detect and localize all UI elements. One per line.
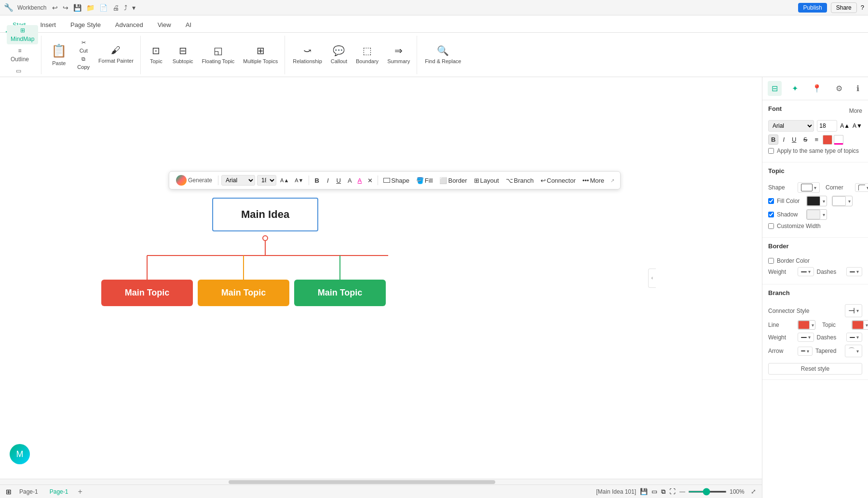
shape-select[interactable]: ▾ — [798, 182, 820, 193]
panel-task-button[interactable]: 📍 — [808, 81, 826, 96]
fill-button[interactable]: 🪣 Fill — [414, 175, 435, 186]
page-tab-inactive[interactable]: Page-1 — [15, 487, 42, 496]
main-idea-box[interactable]: Main Idea — [212, 198, 318, 231]
canvas-area[interactable]: Generate Arial 18 A▲ A▼ B I U A A ✕ — [0, 77, 762, 498]
customize-width-checkbox[interactable] — [768, 223, 774, 229]
format-painter-button[interactable]: 🖌 Format Painter — [95, 38, 137, 72]
fit-button[interactable]: ⤢ — [751, 488, 756, 495]
collapse-toolbar-button[interactable]: ↗ — [609, 176, 616, 185]
panel-strike-button[interactable]: S̶ — [800, 135, 810, 145]
topic-red-box[interactable]: Main Topic — [101, 280, 193, 306]
panel-settings-button[interactable]: ⚙ — [832, 81, 846, 96]
subtopic-button[interactable]: ⊟ Subtopic — [169, 38, 197, 72]
topic-button[interactable]: ⊡ Topic — [145, 38, 168, 72]
full-screen-button[interactable]: ⛶ — [669, 488, 676, 495]
branch-dashes-select[interactable]: ▾ — [846, 333, 863, 342]
border-weight-select[interactable]: ▾ — [798, 267, 814, 276]
summary-button[interactable]: ⇒ Summary — [383, 38, 414, 72]
add-page-button[interactable]: + — [76, 487, 84, 496]
connector-button[interactable]: ↩ Connector — [538, 175, 578, 186]
panel-style-button[interactable]: ⊟ — [768, 81, 782, 96]
connector-style-select[interactable]: ⊣ ▾ — [845, 304, 862, 317]
font-color-button[interactable]: A — [346, 175, 354, 186]
find-replace-button[interactable]: 🔍 Find & Replace — [421, 38, 465, 72]
floating-topic-button[interactable]: ◱ Floating Topic — [198, 38, 239, 72]
export-button[interactable]: ⤴ — [122, 3, 129, 13]
decrease-size-button[interactable]: A▼ — [853, 122, 862, 129]
publish-button[interactable]: Publish — [798, 3, 827, 13]
highlight-color-swatch[interactable] — [834, 135, 843, 145]
font-family-select[interactable]: Arial — [221, 175, 255, 186]
fill-color-checkbox[interactable] — [768, 198, 774, 204]
more-actions-button[interactable]: ▾ — [130, 3, 137, 13]
single-page-button[interactable]: ▭ — [651, 488, 657, 495]
print-button[interactable]: 🖨 — [110, 3, 121, 13]
panel-info-button[interactable]: ℹ — [853, 81, 863, 96]
border-dashes-select[interactable]: ▾ — [846, 267, 863, 276]
branch-weight-select[interactable]: ▾ — [798, 333, 814, 342]
help-button[interactable]: ? — [861, 4, 864, 11]
panel-italic-button[interactable]: I — [780, 135, 787, 145]
dual-page-button[interactable]: ⧉ — [661, 488, 665, 496]
page-tab-active[interactable]: Page-1 — [46, 487, 72, 496]
grid-view-button[interactable]: ⊞ — [6, 488, 12, 496]
reset-style-button[interactable]: Reset style — [768, 363, 862, 375]
underline-button[interactable]: U — [334, 175, 344, 186]
topic-green-box[interactable]: Main Topic — [294, 280, 386, 306]
decrease-font-button[interactable]: A▼ — [293, 176, 305, 185]
tab-ai[interactable]: AI — [179, 18, 198, 32]
more-button[interactable]: ••• More — [580, 175, 607, 186]
save-status-button[interactable]: 💾 — [640, 488, 648, 495]
panel-underline-button[interactable]: U — [789, 135, 799, 145]
tapered-select[interactable]: ⌒ ▾ — [845, 345, 862, 357]
share-button[interactable]: Share — [831, 2, 857, 13]
topic-color-group[interactable]: ▾ — [852, 320, 868, 330]
outline-view-button[interactable]: ≡ Outline — [7, 45, 33, 65]
tab-view[interactable]: View — [151, 18, 178, 32]
save-button[interactable]: 💾 — [71, 3, 83, 13]
callout-button[interactable]: 💬 Callout — [327, 38, 351, 72]
new-button[interactable]: 📄 — [97, 3, 109, 13]
cut-button[interactable]: ✂ Cut — [73, 39, 94, 54]
border-color-checkbox[interactable] — [768, 258, 774, 264]
highlight-button[interactable]: A — [356, 175, 364, 186]
panel-align-button[interactable]: ≡ — [812, 135, 821, 145]
font-color-swatch[interactable] — [823, 135, 832, 145]
boundary-button[interactable]: ⬚ Boundary — [352, 38, 382, 72]
panel-font-family[interactable]: Arial — [768, 120, 814, 132]
paste-button[interactable]: 📋 Paste — [45, 38, 72, 72]
increase-size-button[interactable]: A▲ — [840, 122, 850, 129]
tab-advanced[interactable]: Advanced — [108, 18, 150, 32]
apply-same-type-checkbox[interactable] — [768, 148, 774, 154]
copy-button[interactable]: ⧉ Copy — [73, 55, 94, 71]
italic-button[interactable]: I — [324, 175, 332, 186]
font-size-select[interactable]: 18 — [257, 175, 276, 186]
fill-color-swatch-group[interactable]: ▾ — [806, 196, 827, 206]
line-color-group[interactable]: ▾ — [798, 320, 815, 330]
canvas-scrollbar[interactable] — [0, 479, 762, 485]
font-more-button[interactable]: More — [849, 108, 862, 114]
redo-button[interactable]: ↪ — [61, 3, 70, 13]
panel-font-size[interactable] — [817, 120, 837, 132]
undo-button[interactable]: ↩ — [50, 3, 60, 13]
generate-button[interactable]: Generate — [173, 174, 215, 187]
relationship-button[interactable]: ⤻ Relationship — [289, 38, 326, 72]
border-button[interactable]: ⬜ Border — [437, 175, 469, 186]
shadow-checkbox[interactable] — [768, 212, 774, 217]
shape-button[interactable]: Shape — [381, 175, 412, 186]
erase-format-button[interactable]: ✕ — [366, 175, 375, 186]
shadow-swatch-group[interactable]: ▾ — [806, 209, 827, 220]
panel-collapse-button[interactable]: ‹ — [648, 269, 656, 288]
open-button[interactable]: 📁 — [84, 3, 96, 13]
multiple-topics-button[interactable]: ⊞ Multiple Topics — [239, 38, 282, 72]
layout-button[interactable]: ⊞ Layout — [472, 175, 502, 186]
bold-button[interactable]: B — [312, 175, 322, 186]
zoom-slider[interactable] — [688, 491, 727, 493]
arrow-select[interactable]: ▾ — [798, 347, 813, 356]
topic-yellow-box[interactable]: Main Topic — [198, 280, 289, 306]
panel-ai-button[interactable]: ✦ — [788, 81, 802, 96]
tab-page-style[interactable]: Page Style — [64, 18, 108, 32]
fill-color-swatch-group2[interactable]: ▾ — [832, 196, 853, 206]
mindmap-view-button[interactable]: ⊞ MindMap — [7, 25, 38, 44]
branch-button[interactable]: ⌥ Branch — [503, 175, 536, 186]
